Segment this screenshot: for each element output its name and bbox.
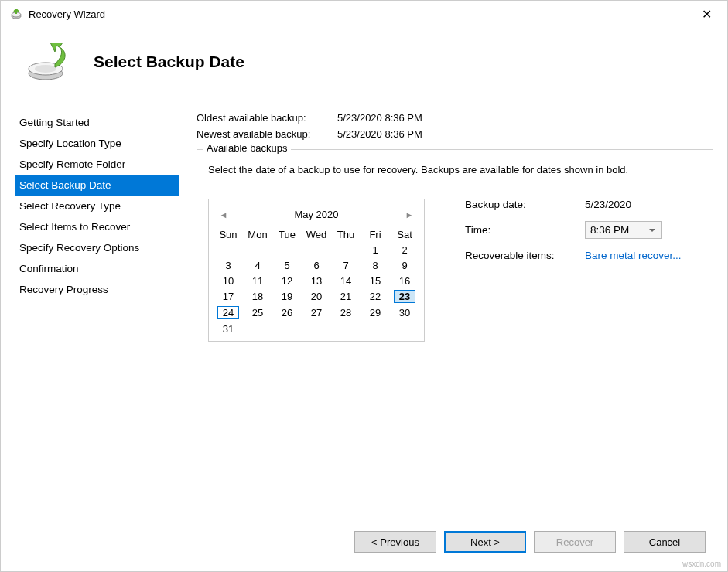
oldest-backup-row: Oldest available backup: 5/23/2020 8:36 … (197, 112, 713, 124)
calendar-day-cell[interactable]: 3 (214, 257, 243, 273)
calendar-grid: SunMonTueWedThuFriSat 123456789101112131… (214, 226, 419, 336)
calendar-day-cell (390, 321, 419, 336)
calendar-day-cell[interactable]: 7 (331, 257, 361, 273)
backup-date-value: 5/23/2020 (585, 199, 631, 210)
recoverable-items-label: Recoverable items: (465, 250, 585, 261)
time-dropdown[interactable]: 8:36 PM (585, 221, 662, 239)
calendar-dow-header: Wed (302, 226, 331, 242)
calendar-day-cell[interactable]: 14 (331, 273, 361, 288)
calendar-prev-month-button[interactable]: ◄ (218, 210, 229, 220)
calendar-day-cell (361, 321, 390, 336)
newest-backup-value: 5/23/2020 8:36 PM (337, 128, 422, 140)
app-icon (10, 8, 22, 20)
wizard-content: Oldest available backup: 5/23/2020 8:36 … (179, 104, 713, 461)
calendar-day-cell[interactable]: 9 (390, 257, 419, 273)
calendar-dow-header: Sat (390, 226, 419, 242)
sidebar-item-confirmation[interactable]: Confirmation (15, 258, 179, 279)
calendar-day-cell[interactable]: 20 (302, 288, 331, 305)
calendar-day-cell[interactable]: 26 (272, 305, 302, 321)
calendar-day-cell[interactable]: 23 (390, 288, 419, 305)
calendar-day-cell[interactable]: 16 (390, 273, 419, 288)
calendar-day-cell[interactable]: 28 (331, 305, 361, 321)
close-button[interactable]: ✕ (695, 7, 718, 22)
calendar-day-cell[interactable]: 30 (390, 305, 419, 321)
wizard-button-row: < Previous Next > Recover Cancel (354, 531, 706, 553)
calendar-day-cell[interactable]: 17 (214, 288, 243, 305)
wizard-steps-sidebar: Getting Started Specify Location Type Sp… (15, 104, 179, 461)
recoverable-items-link[interactable]: Bare metal recover... (585, 250, 682, 261)
sidebar-item-specify-remote-folder[interactable]: Specify Remote Folder (15, 154, 179, 175)
title-bar: Recovery Wizard ✕ (1, 1, 727, 27)
group-description: Select the date of a backup to use for r… (208, 164, 702, 175)
sidebar-item-select-items-to-recover[interactable]: Select Items to Recover (15, 216, 179, 237)
calendar-day-cell[interactable]: 13 (302, 273, 331, 288)
oldest-backup-value: 5/23/2020 8:36 PM (337, 112, 422, 124)
calendar-day-cell (302, 321, 331, 336)
watermark: wsxdn.com (682, 560, 721, 568)
calendar-day-cell (272, 321, 302, 336)
calendar-day-cell (214, 242, 243, 257)
backup-date-label: Backup date: (465, 199, 585, 210)
oldest-backup-label: Oldest available backup: (197, 112, 337, 124)
calendar-day-cell[interactable]: 11 (243, 273, 272, 288)
sidebar-item-getting-started[interactable]: Getting Started (15, 112, 179, 133)
calendar-day-cell (243, 321, 272, 336)
calendar-day-cell[interactable]: 10 (214, 273, 243, 288)
previous-button[interactable]: < Previous (354, 531, 436, 553)
sidebar-item-select-recovery-type[interactable]: Select Recovery Type (15, 196, 179, 216)
calendar-day-cell[interactable]: 6 (302, 257, 331, 273)
calendar-day-cell[interactable]: 1 (361, 242, 390, 257)
window-title: Recovery Wizard (29, 9, 695, 20)
calendar-day-cell[interactable]: 12 (272, 273, 302, 288)
group-title: Available backups (203, 142, 291, 154)
calendar-day-cell (331, 321, 361, 336)
time-label: Time: (465, 224, 585, 236)
calendar-day-cell[interactable]: 5 (272, 257, 302, 273)
newest-backup-row: Newest available backup: 5/23/2020 8:36 … (197, 128, 713, 140)
wizard-header: Select Backup Date (1, 27, 727, 104)
calendar-day-cell[interactable]: 19 (272, 288, 302, 305)
calendar-dow-header: Fri (361, 226, 390, 242)
calendar-day-cell[interactable]: 18 (243, 288, 272, 305)
time-value: 8:36 PM (590, 224, 629, 236)
calendar-day-cell[interactable]: 4 (243, 257, 272, 273)
sidebar-item-specify-location-type[interactable]: Specify Location Type (15, 133, 179, 154)
calendar-day-cell (243, 242, 272, 257)
calendar-day-cell (302, 242, 331, 257)
calendar-next-month-button[interactable]: ► (404, 210, 415, 220)
backup-calendar[interactable]: ◄ May 2020 ► SunMonTueWedThuFriSat 12345… (208, 199, 425, 342)
calendar-dow-header: Tue (272, 226, 302, 242)
calendar-day-cell[interactable]: 2 (390, 242, 419, 257)
calendar-day-cell[interactable]: 8 (361, 257, 390, 273)
calendar-day-cell (331, 242, 361, 257)
recover-button: Recover (534, 531, 616, 553)
sidebar-item-recovery-progress[interactable]: Recovery Progress (15, 279, 179, 300)
calendar-day-cell[interactable]: 25 (243, 305, 272, 321)
sidebar-item-specify-recovery-options[interactable]: Specify Recovery Options (15, 237, 179, 258)
next-button[interactable]: Next > (444, 531, 526, 553)
page-title: Select Backup Date (94, 53, 244, 71)
wizard-icon (24, 43, 70, 81)
calendar-day-cell[interactable]: 21 (331, 288, 361, 305)
cancel-button[interactable]: Cancel (624, 531, 706, 553)
calendar-day-cell[interactable]: 24 (214, 305, 243, 321)
calendar-day-cell[interactable]: 22 (361, 288, 390, 305)
calendar-day-cell[interactable]: 27 (302, 305, 331, 321)
calendar-day-cell (272, 242, 302, 257)
calendar-dow-header: Thu (331, 226, 361, 242)
available-backups-group: Available backups Select the date of a b… (197, 149, 713, 461)
calendar-dow-header: Mon (243, 226, 272, 242)
sidebar-item-select-backup-date[interactable]: Select Backup Date (15, 175, 179, 196)
newest-backup-label: Newest available backup: (197, 128, 337, 140)
calendar-day-cell[interactable]: 15 (361, 273, 390, 288)
calendar-dow-header: Sun (214, 226, 243, 242)
calendar-day-cell[interactable]: 31 (214, 321, 243, 336)
svg-point-4 (35, 65, 56, 73)
calendar-month-label[interactable]: May 2020 (294, 209, 338, 220)
calendar-day-cell[interactable]: 29 (361, 305, 390, 321)
backup-details: Backup date: 5/23/2020 Time: 8:36 PM Rec… (465, 199, 702, 342)
